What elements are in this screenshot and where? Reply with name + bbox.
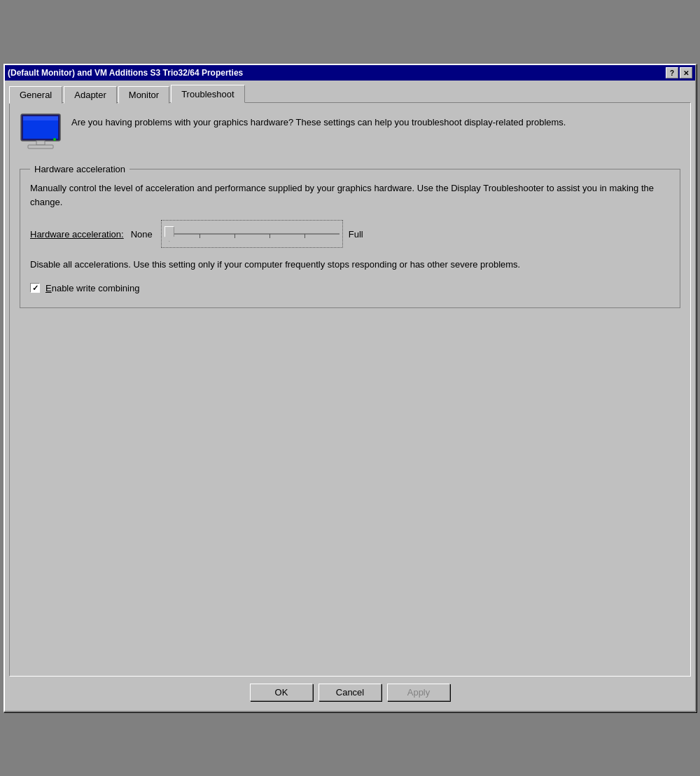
intro-section: Are you having problems with your graphi… (20, 113, 680, 151)
tab-adapter[interactable]: Adapter (64, 86, 117, 104)
tab-bar: General Adapter Monitor Troubleshoot (9, 85, 691, 103)
ok-button[interactable]: OK (250, 684, 313, 701)
hw-accel-label: Hardware acceleration: (30, 229, 124, 240)
write-combining-label: Enable write combining (46, 283, 139, 293)
hw-description: Manually control the level of accelerati… (30, 181, 670, 209)
slider-none-label: None (131, 229, 153, 240)
help-button[interactable]: ? (666, 67, 678, 78)
write-combining-checkbox[interactable]: ✓ (30, 283, 40, 293)
slider-line (164, 233, 340, 235)
slider-full-label: Full (349, 229, 363, 240)
tab-troubleshoot[interactable]: Troubleshoot (171, 85, 244, 103)
tab-content-troubleshoot: Are you having problems with your graphi… (9, 102, 691, 677)
tab-general[interactable]: General (9, 86, 62, 104)
write-combining-row: ✓ Enable write combining (30, 283, 670, 293)
slider-tick-1 (200, 234, 200, 238)
monitor-icon (20, 113, 62, 151)
tab-monitor[interactable]: Monitor (118, 86, 169, 104)
properties-dialog: (Default Monitor) and VM Additions S3 Tr… (4, 64, 696, 712)
svg-point-5 (53, 138, 56, 141)
slider-tick-3 (270, 234, 270, 238)
title-bar: (Default Monitor) and VM Additions S3 Tr… (5, 65, 695, 81)
button-row: OK Cancel Apply (9, 677, 691, 707)
title-bar-text: (Default Monitor) and VM Additions S3 Tr… (8, 68, 243, 78)
window-content: General Adapter Monitor Troubleshoot (5, 81, 695, 711)
close-button[interactable]: ✕ (680, 67, 692, 78)
hw-accel-slider-track[interactable] (161, 220, 343, 248)
hw-group-legend: Hardware acceleration (30, 164, 130, 174)
slider-tick-4 (304, 234, 305, 238)
slider-thumb[interactable] (164, 226, 174, 242)
intro-text: Are you having problems with your graphi… (71, 113, 566, 130)
title-bar-controls: ? ✕ (666, 67, 692, 78)
slider-tick-2 (234, 234, 235, 238)
svg-rect-2 (23, 116, 58, 120)
slider-container: None Full (131, 220, 363, 248)
apply-button[interactable]: Apply (387, 684, 450, 701)
svg-rect-4 (28, 145, 53, 148)
hardware-acceleration-group: Hardware acceleration Manually control t… (20, 164, 680, 308)
cancel-button[interactable]: Cancel (318, 684, 382, 701)
window-title: (Default Monitor) and VM Additions S3 Tr… (8, 68, 243, 78)
svg-rect-3 (36, 141, 45, 145)
hardware-acceleration-row: Hardware acceleration: None (30, 220, 670, 248)
hw-note: Disable all accelerations. Use this sett… (30, 258, 670, 272)
